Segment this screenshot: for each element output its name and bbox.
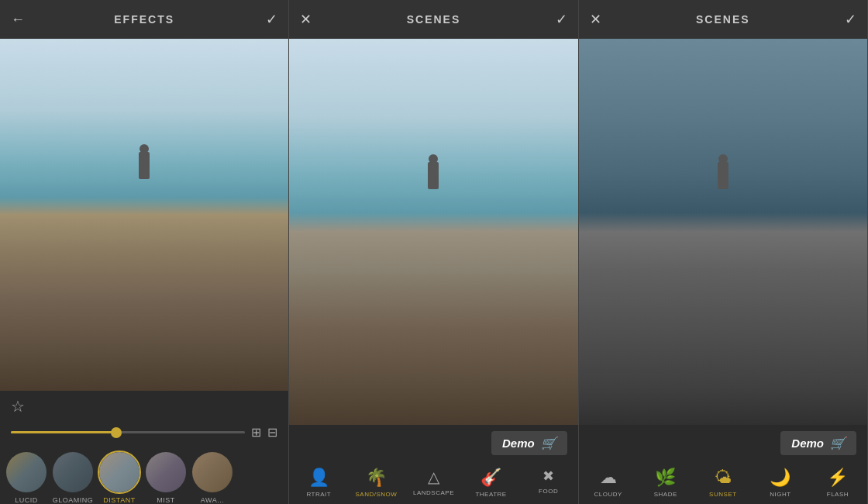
cart-icon-1: 🛒 <box>541 436 556 450</box>
sunset-icon: 🌤 <box>715 468 732 488</box>
scene-night[interactable]: 🌙 NIGHT <box>753 464 808 501</box>
slider-icons: ⊞ ⊟ <box>251 425 277 440</box>
scenes1-demo-button[interactable]: Demo 🛒 <box>491 431 567 455</box>
theatre-icon: 🎸 <box>480 468 501 488</box>
scenes-panel-2: ✕ SCENES ✓ Demo 🛒 ☁ CLOUDY 🌿 SHADE 🌤 <box>579 0 868 504</box>
star-icon[interactable]: ☆ <box>11 397 25 416</box>
intensity-slider[interactable] <box>11 431 245 433</box>
sandsnow-icon: 🌴 <box>366 468 387 488</box>
scenes1-demo-row: Demo 🛒 <box>289 425 577 461</box>
scenes1-title: SCENES <box>407 13 461 26</box>
effect-awa[interactable]: AWA... <box>191 450 234 504</box>
scenes2-demo-button[interactable]: Demo 🛒 <box>780 431 856 455</box>
scene-food[interactable]: ✖ FOOD <box>521 464 577 501</box>
food-icon: ✖ <box>542 468 554 485</box>
effects-confirm-button[interactable]: ✓ <box>266 11 277 28</box>
scenes1-confirm-button[interactable]: ✓ <box>556 11 567 28</box>
effect-gloaming[interactable]: GLOAMING <box>51 450 95 504</box>
effects-header: ← EFFECTS ✓ <box>0 0 288 39</box>
effects-controls: ☆ ⊞ ⊟ LUCID GLOAMING DISTANT <box>0 391 288 504</box>
scenes-panel-1: ✕ SCENES ✓ Demo 🛒 👤 RTRAIT 🌴 SAND/SNOW <box>289 0 578 504</box>
scenes2-close-button[interactable]: ✕ <box>590 11 601 28</box>
effect-mist[interactable]: MIST <box>144 450 188 504</box>
person-silhouette <box>137 144 151 191</box>
scenes2-demo-row: Demo 🛒 <box>579 425 867 461</box>
scenes2-header: ✕ SCENES ✓ <box>579 0 867 39</box>
effects-image <box>0 39 288 391</box>
effects-panel: ← EFFECTS ✓ ☆ ⊞ ⊟ LUCID <box>0 0 289 504</box>
landscape-icon: △ <box>428 468 439 486</box>
favorites-row: ☆ <box>0 391 288 422</box>
scenes1-controls: Demo 🛒 👤 RTRAIT 🌴 SAND/SNOW △ LANDSCAPE … <box>289 425 577 504</box>
portrait-icon: 👤 <box>308 468 329 488</box>
scenes2-confirm-button[interactable]: ✓ <box>845 11 856 28</box>
scenes2-controls: Demo 🛒 ☁ CLOUDY 🌿 SHADE 🌤 SUNSET 🌙 NIGHT <box>579 425 867 504</box>
scene-cloudy[interactable]: ☁ CLOUDY <box>580 464 636 501</box>
effects-title: EFFECTS <box>114 13 174 26</box>
scenes2-items: ☁ CLOUDY 🌿 SHADE 🌤 SUNSET 🌙 NIGHT ⚡ FLAS… <box>579 461 867 504</box>
remove-frame-icon[interactable]: ⊟ <box>267 425 277 440</box>
person-silhouette-3 <box>716 154 730 201</box>
scenes1-close-button[interactable]: ✕ <box>300 11 312 28</box>
back-button[interactable]: ← <box>11 12 25 28</box>
effects-thumbnails: LUCID GLOAMING DISTANT MIST AWA... <box>0 446 288 504</box>
add-frame-icon[interactable]: ⊞ <box>251 425 261 440</box>
scene-theatre[interactable]: 🎸 THEATRE <box>463 464 519 501</box>
shade-icon: 🌿 <box>655 468 676 488</box>
scene-sandsnow[interactable]: 🌴 SAND/SNOW <box>348 464 404 501</box>
scenes2-image <box>579 39 867 425</box>
scenes1-items: 👤 RTRAIT 🌴 SAND/SNOW △ LANDSCAPE 🎸 THEAT… <box>289 461 577 504</box>
person-silhouette-2 <box>426 154 440 201</box>
scenes2-title: SCENES <box>696 13 750 26</box>
scene-flash[interactable]: ⚡ FLASH <box>810 464 866 501</box>
effect-lucid[interactable]: LUCID <box>5 450 48 504</box>
scene-sunset[interactable]: 🌤 SUNSET <box>695 464 751 501</box>
scene-portrait[interactable]: 👤 RTRAIT <box>291 464 346 501</box>
scenes1-header: ✕ SCENES ✓ <box>289 0 577 39</box>
effect-distant[interactable]: DISTANT <box>98 450 141 504</box>
night-icon: 🌙 <box>770 468 790 488</box>
cloudy-icon: ☁ <box>600 468 617 488</box>
scenes1-image <box>289 39 577 425</box>
flash-icon: ⚡ <box>827 468 848 488</box>
intensity-slider-row: ⊞ ⊟ <box>0 422 288 446</box>
scene-landscape[interactable]: △ LANDSCAPE <box>405 464 461 501</box>
cart-icon-2: 🛒 <box>830 436 846 450</box>
scene-shade[interactable]: 🌿 SHADE <box>638 464 694 501</box>
